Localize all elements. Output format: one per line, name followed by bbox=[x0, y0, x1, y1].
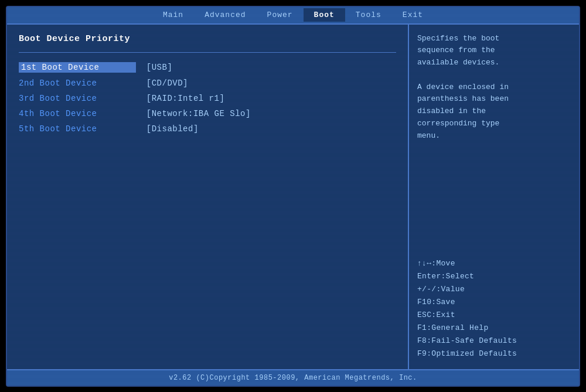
tab-tools[interactable]: Tools bbox=[345, 8, 392, 22]
bios-screen: Main Advanced Power Boot Tools Exit Boot… bbox=[6, 6, 580, 387]
boot-device-label-5[interactable]: 5th Boot Device bbox=[19, 124, 136, 134]
key-failsafe: F8:Fail-Safe Defaults bbox=[417, 335, 571, 347]
boot-device-row-4[interactable]: 4th Boot Device [Network:IBA GE Slo] bbox=[19, 109, 396, 118]
tab-advanced[interactable]: Advanced bbox=[194, 8, 256, 22]
key-optimized: F9:Optimized Defaults bbox=[417, 347, 571, 360]
bottom-bar: v2.62 (C)Copyright 1985-2009, American M… bbox=[7, 369, 579, 386]
key-help-section: ↑↓↔:Move Enter:Select +/-/:Value F10:Sav… bbox=[417, 257, 571, 361]
right-panel: Specifies the boot sequence from the ava… bbox=[409, 25, 579, 369]
boot-device-value-5: [Disabled] bbox=[136, 124, 199, 134]
main-content: Boot Device Priority 1st Boot Device [US… bbox=[7, 23, 579, 369]
boot-device-row-3[interactable]: 3rd Boot Device [RAID:Intel r1] bbox=[19, 94, 396, 103]
key-help: F1:General Help bbox=[417, 322, 571, 335]
key-save: F10:Save bbox=[417, 296, 571, 309]
boot-device-value-1: [USB] bbox=[136, 63, 172, 72]
boot-device-value-2: [CD/DVD] bbox=[136, 79, 188, 88]
top-navigation-bar: Main Advanced Power Boot Tools Exit bbox=[7, 7, 579, 23]
boot-device-label-2[interactable]: 2nd Boot Device bbox=[19, 79, 136, 88]
tab-power[interactable]: Power bbox=[257, 8, 304, 22]
boot-device-value-3: [RAID:Intel r1] bbox=[136, 94, 224, 103]
key-value: +/-/:Value bbox=[417, 283, 571, 296]
help-text: Specifies the boot sequence from the ava… bbox=[417, 33, 571, 246]
key-select: Enter:Select bbox=[417, 270, 571, 283]
boot-device-row-1[interactable]: 1st Boot Device [USB] bbox=[19, 62, 396, 73]
divider bbox=[19, 52, 396, 53]
tab-main[interactable]: Main bbox=[152, 8, 194, 22]
boot-device-label-3[interactable]: 3rd Boot Device bbox=[19, 94, 136, 103]
copyright-text: v2.62 (C)Copyright 1985-2009, American M… bbox=[169, 374, 417, 382]
tab-boot[interactable]: Boot bbox=[304, 8, 345, 22]
boot-device-label-4[interactable]: 4th Boot Device bbox=[19, 109, 136, 118]
boot-device-row-5[interactable]: 5th Boot Device [Disabled] bbox=[19, 124, 396, 134]
boot-device-value-4: [Network:IBA GE Slo] bbox=[136, 109, 251, 118]
section-title: Boot Device Priority bbox=[19, 34, 396, 44]
key-move: ↑↓↔:Move bbox=[417, 257, 571, 270]
key-exit: ESC:Exit bbox=[417, 309, 571, 322]
boot-device-label-1[interactable]: 1st Boot Device bbox=[19, 62, 136, 73]
boot-device-row-2[interactable]: 2nd Boot Device [CD/DVD] bbox=[19, 79, 396, 88]
left-panel: Boot Device Priority 1st Boot Device [US… bbox=[7, 25, 409, 369]
bios-tabs[interactable]: Main Advanced Power Boot Tools Exit bbox=[152, 8, 434, 22]
tab-exit[interactable]: Exit bbox=[392, 8, 434, 22]
